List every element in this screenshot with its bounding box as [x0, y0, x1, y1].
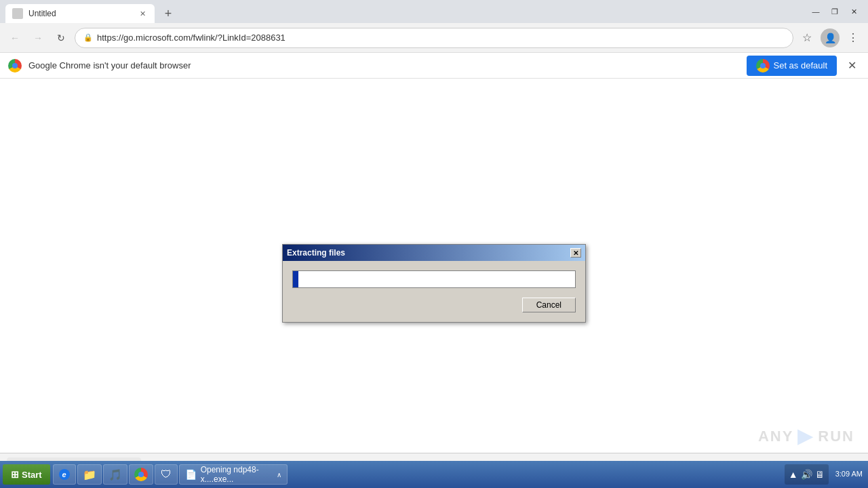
taskbar-download-item[interactable]: 📄 Opening ndp48-x....exe... ∧ — [179, 464, 288, 485]
menu-button[interactable]: ⋮ — [844, 28, 863, 47]
dialog-titlebar: Extracting files ✕ — [283, 245, 585, 261]
taskbar-wmp-icon[interactable]: 🎵 — [103, 464, 127, 485]
internet-explorer-icon: e — [59, 469, 70, 480]
tab-close-icon[interactable]: ✕ — [137, 8, 148, 19]
dialog-backdrop: Extracting files ✕ Cancel — [0, 79, 868, 488]
dialog-close-button[interactable]: ✕ — [570, 248, 581, 258]
forward-button[interactable]: → — [28, 28, 47, 47]
window-close-button[interactable]: ✕ — [845, 5, 863, 18]
address-bar[interactable]: 🔒 https://go.microsoft.com/fwlink/?LinkI… — [75, 28, 793, 48]
taskbar-chrome-logo — [134, 468, 148, 481]
set-default-button[interactable]: Set as default — [747, 56, 837, 76]
taskbar-folder-icon[interactable]: 📁 — [77, 464, 102, 485]
watermark: ANY ▶ RUN — [758, 425, 854, 447]
progress-bar-container — [292, 270, 576, 288]
profile-button[interactable]: 👤 — [821, 28, 840, 47]
taskbar-download-name: Opening ndp48-x....exe... — [201, 465, 273, 484]
url-text: https://go.microsoft.com/fwlink/?LinkId=… — [97, 33, 785, 43]
shield-icon: 🛡 — [161, 468, 172, 481]
title-bar: Untitled ✕ + — ❐ ✕ — [0, 0, 868, 23]
volume-icon[interactable]: 🔊 — [801, 469, 812, 480]
extracting-files-dialog: Extracting files ✕ Cancel — [282, 244, 586, 323]
lock-icon: 🔒 — [83, 33, 93, 42]
tray-expand-icon[interactable]: ▲ — [789, 469, 798, 480]
taskbar-tray: ▲ 🔊 🖥 — [785, 464, 829, 485]
clock-time: 3:09 AM — [835, 469, 863, 479]
cancel-button[interactable]: Cancel — [522, 298, 576, 312]
dialog-buttons: Cancel — [292, 298, 576, 312]
taskbar-download-icon: 📄 — [185, 469, 197, 480]
bookmark-button[interactable]: ☆ — [797, 28, 816, 47]
tab-title: Untitled — [28, 9, 132, 18]
infobar-close-button[interactable]: ✕ — [844, 58, 860, 74]
taskbar-clock: 3:09 AM — [833, 469, 865, 479]
info-bar: Google Chrome isn't your default browser… — [0, 53, 868, 79]
tab-favicon — [12, 8, 23, 19]
watermark-run-text: RUN — [818, 428, 854, 445]
network-icon[interactable]: 🖥 — [815, 469, 825, 480]
maximize-button[interactable]: ❐ — [826, 5, 844, 18]
start-button[interactable]: ⊞ Start — [3, 464, 50, 485]
reload-button[interactable]: ↻ — [52, 28, 71, 47]
watermark-any-text: ANY — [758, 428, 793, 445]
nav-bar: ← → ↻ 🔒 https://go.microsoft.com/fwlink/… — [0, 23, 868, 53]
taskbar-items: e 📁 🎵 🛡 📄 Opening ndp48-x....exe... ∧ — [53, 464, 782, 485]
windows-logo-icon: ⊞ — [11, 469, 19, 480]
taskbar-shield-icon[interactable]: 🛡 — [155, 464, 178, 485]
info-message: Google Chrome isn't your default browser — [28, 60, 740, 70]
taskbar-right: ▲ 🔊 🖥 3:09 AM — [785, 464, 865, 485]
new-tab-button[interactable]: + — [159, 4, 178, 23]
media-player-icon: 🎵 — [108, 468, 122, 481]
taskbar-ie-icon[interactable]: e — [53, 464, 76, 485]
watermark-arrow-icon: ▶ — [797, 425, 814, 447]
set-default-chrome-icon — [756, 59, 770, 73]
taskbar: ⊞ Start e 📁 🎵 🛡 📄 Opening ndp48-x....exe… — [0, 461, 868, 488]
window-controls: — ❐ ✕ — [807, 5, 863, 18]
tab-strip: Untitled ✕ + — [5, 0, 178, 23]
back-button[interactable]: ← — [5, 28, 24, 47]
minimize-button[interactable]: — — [807, 5, 825, 18]
dialog-body: Cancel — [283, 261, 585, 322]
active-tab[interactable]: Untitled ✕ — [5, 4, 155, 23]
progress-bar-fill — [293, 271, 298, 287]
taskbar-chevron-icon[interactable]: ∧ — [277, 471, 281, 479]
page-content: Extracting files ✕ Cancel ANY ▶ RUN — [0, 79, 868, 488]
folder-icon: 📁 — [83, 468, 96, 481]
taskbar-chrome-icon[interactable] — [129, 464, 153, 485]
browser-window: Untitled ✕ + — ❐ ✕ ← → ↻ 🔒 https://go.mi… — [0, 0, 868, 488]
chrome-logo — [8, 59, 22, 73]
start-label: Start — [22, 470, 42, 480]
dialog-title: Extracting files — [287, 248, 570, 258]
